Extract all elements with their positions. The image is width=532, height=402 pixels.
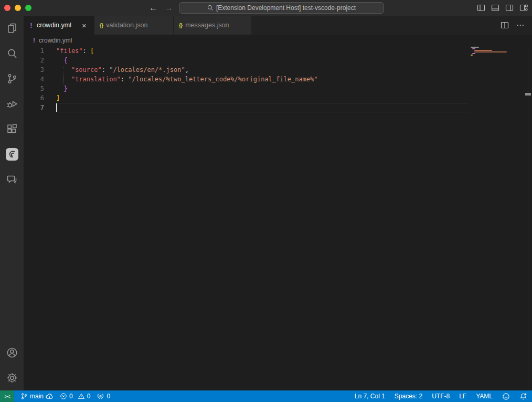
tab-label: messages.json bbox=[185, 22, 229, 29]
editor-group: ! crowdin.yml × {} validation.json {} me… bbox=[24, 16, 532, 390]
minimap-line bbox=[471, 55, 473, 56]
line-content: ] bbox=[56, 93, 60, 103]
eol-item[interactable]: LF bbox=[454, 390, 471, 402]
minimap-line bbox=[472, 53, 475, 54]
line-number: 4 bbox=[24, 75, 56, 84]
code-line[interactable]: 2 { bbox=[24, 56, 532, 65]
search-icon bbox=[207, 5, 214, 11]
extensions-icon[interactable] bbox=[0, 117, 24, 142]
code-token: "source" bbox=[71, 66, 102, 73]
line-number: 1 bbox=[24, 46, 56, 56]
tab-bar: ! crowdin.yml × {} validation.json {} me… bbox=[24, 16, 532, 35]
indentation-item[interactable]: Spaces: 2 bbox=[390, 390, 427, 402]
cursor-position: Ln 7, Col 1 bbox=[355, 393, 385, 400]
title-bar: ← → [Extension Development Host] test-vs… bbox=[0, 0, 532, 16]
code-lines: 1"files": [2 {3 "source": "/locales/en/*… bbox=[24, 46, 532, 112]
status-bar: >< main 0 0 bbox=[0, 390, 532, 402]
text-cursor bbox=[56, 103, 57, 112]
code-token: : bbox=[83, 47, 90, 55]
remote-icon: >< bbox=[4, 394, 9, 399]
radio-tower-icon bbox=[97, 393, 104, 400]
branch-icon bbox=[20, 393, 28, 400]
cursor-position-item[interactable]: Ln 7, Col 1 bbox=[350, 390, 390, 402]
code-line[interactable]: 5 } bbox=[24, 84, 532, 93]
language-mode: YAML bbox=[476, 393, 493, 400]
scrollbar-track[interactable] bbox=[528, 46, 528, 390]
split-editor-icon[interactable] bbox=[501, 21, 509, 29]
warning-count: 0 bbox=[87, 393, 91, 400]
line-number: 5 bbox=[24, 84, 56, 93]
code-token: ] bbox=[56, 94, 60, 102]
yaml-file-icon: ! bbox=[33, 37, 35, 44]
bell-icon bbox=[519, 393, 527, 400]
line-number: 2 bbox=[24, 56, 56, 65]
tab-crowdin-yml[interactable]: ! crowdin.yml × bbox=[24, 16, 94, 35]
search-view-icon[interactable] bbox=[0, 41, 24, 66]
code-line[interactable]: 1"files": [ bbox=[24, 46, 532, 56]
tab-messages-json[interactable]: {} messages.json bbox=[174, 16, 252, 35]
language-mode-item[interactable]: YAML bbox=[471, 390, 497, 402]
customize-layout-icon[interactable] bbox=[519, 4, 528, 12]
code-token: "/locales/%two_letters_code%/%original_f… bbox=[128, 76, 317, 83]
command-center-search[interactable]: [Extension Development Host] test-vscode… bbox=[179, 2, 384, 14]
tab-validation-json[interactable]: {} validation.json bbox=[94, 16, 174, 35]
error-icon bbox=[60, 393, 67, 400]
encoding-item[interactable]: UTF-8 bbox=[427, 390, 454, 402]
remote-indicator[interactable]: >< bbox=[0, 390, 14, 402]
feedback-smiley-icon bbox=[502, 393, 510, 400]
minimap[interactable] bbox=[470, 46, 528, 109]
ports-item[interactable]: 0 bbox=[93, 390, 113, 402]
minimap-line bbox=[474, 50, 492, 51]
toggle-primary-sidebar-icon[interactable] bbox=[477, 4, 485, 12]
feedback-item[interactable] bbox=[497, 390, 515, 402]
source-control-icon[interactable] bbox=[0, 66, 24, 91]
git-branch-item[interactable]: main bbox=[17, 390, 57, 402]
code-token: : bbox=[121, 76, 128, 83]
toggle-panel-icon[interactable] bbox=[491, 4, 499, 12]
navigate-back-icon[interactable]: ← bbox=[147, 2, 159, 14]
comments-icon[interactable] bbox=[0, 167, 24, 192]
minimize-window-button[interactable] bbox=[15, 5, 21, 11]
current-line-highlight bbox=[56, 103, 469, 112]
line-number: 6 bbox=[24, 93, 56, 103]
code-token: } bbox=[63, 85, 67, 92]
indentation: Spaces: 2 bbox=[395, 393, 422, 400]
code-token bbox=[56, 57, 63, 64]
toggle-secondary-sidebar-icon[interactable] bbox=[505, 4, 514, 12]
code-line[interactable]: 6] bbox=[24, 93, 532, 103]
code-token: "/locales/en/*.json" bbox=[109, 66, 185, 73]
zoom-window-button[interactable] bbox=[25, 5, 31, 11]
json-file-icon: {} bbox=[179, 22, 182, 28]
notifications-item[interactable] bbox=[515, 390, 532, 402]
close-window-button[interactable] bbox=[4, 5, 10, 11]
more-actions-icon[interactable]: ⋯ bbox=[516, 20, 525, 30]
error-count: 0 bbox=[69, 393, 73, 400]
breadcrumb-file: crowdin.yml bbox=[39, 37, 72, 44]
minimap-line bbox=[474, 51, 507, 52]
tab-label: crowdin.yml bbox=[37, 22, 71, 29]
problems-item[interactable]: 0 0 bbox=[57, 390, 93, 402]
code-line[interactable]: 4 "translation": "/locales/%two_letters_… bbox=[24, 75, 532, 84]
tab-label: validation.json bbox=[106, 22, 147, 29]
code-token bbox=[56, 85, 63, 92]
indent-guide bbox=[63, 67, 64, 84]
crowdin-extension-icon[interactable] bbox=[0, 142, 24, 167]
code-editor[interactable]: 1"files": [2 {3 "source": "/locales/en/*… bbox=[24, 46, 532, 390]
code-token: { bbox=[63, 57, 67, 64]
breadcrumb[interactable]: ! crowdin.yml bbox=[24, 35, 532, 46]
code-token: "translation" bbox=[71, 76, 121, 83]
explorer-icon[interactable] bbox=[0, 16, 24, 41]
code-token: [ bbox=[90, 47, 94, 55]
json-file-icon: {} bbox=[100, 22, 103, 28]
navigate-forward-icon[interactable]: → bbox=[163, 2, 175, 14]
code-token: "files" bbox=[56, 47, 83, 55]
accounts-icon[interactable] bbox=[0, 340, 24, 365]
close-tab-icon[interactable]: × bbox=[82, 22, 87, 29]
run-and-debug-icon[interactable] bbox=[0, 91, 24, 117]
code-line[interactable]: 7 bbox=[24, 103, 532, 112]
code-line[interactable]: 3 "source": "/locales/en/*.json", bbox=[24, 65, 532, 75]
settings-gear-icon[interactable] bbox=[0, 365, 24, 390]
sync-cloud-icon bbox=[46, 393, 54, 400]
branch-name: main bbox=[30, 393, 44, 400]
line-number: 7 bbox=[24, 103, 56, 112]
